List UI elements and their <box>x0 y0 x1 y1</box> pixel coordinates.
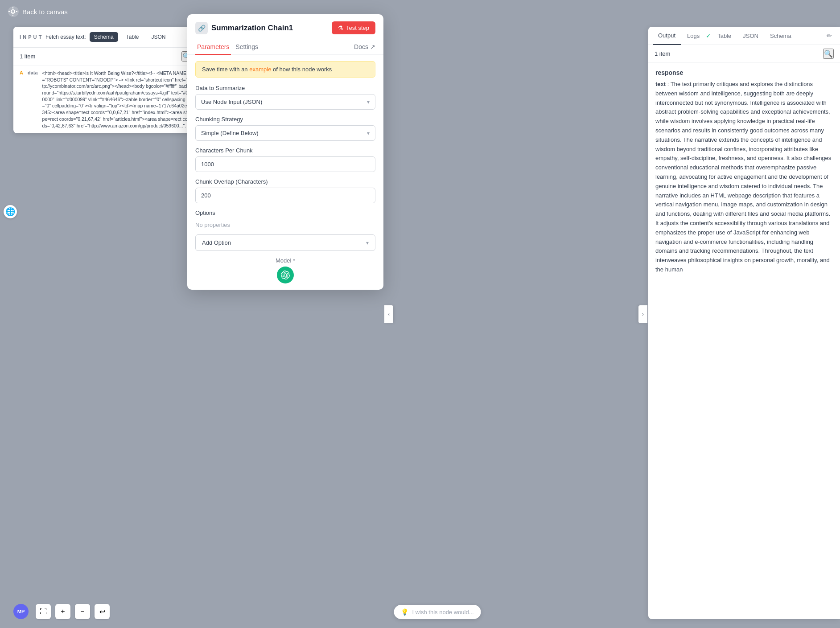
example-link[interactable]: example <box>249 66 271 73</box>
chunk-overlap-field: Chunk Overlap (Characters) <box>195 178 375 203</box>
left-input-panel: I N P U T Fetch essay text: Schema Table… <box>13 27 198 133</box>
item-count: 1 item <box>20 53 35 60</box>
tab-schema-right[interactable]: Schema <box>765 27 797 45</box>
docs-link[interactable]: Docs ↗ <box>354 40 375 54</box>
input-label: I N P U T <box>20 34 42 40</box>
tab-parameters[interactable]: Parameters <box>195 40 231 55</box>
response-key: response <box>655 69 833 76</box>
modal-title-row: 🔗 Summarization Chain1 <box>195 22 293 34</box>
model-label: Model * <box>195 251 375 267</box>
data-to-summarize-label: Data to Summarize <box>195 85 375 91</box>
data-value: <html><head><title>Is It Worth Being Wis… <box>42 70 192 129</box>
add-option-button[interactable]: Add Option ▾ <box>195 234 375 251</box>
right-search-button[interactable]: 🔍 <box>823 49 834 59</box>
no-properties-text: No properties <box>195 220 375 230</box>
back-arrow-icon: ← <box>8 6 19 17</box>
back-to-canvas-button[interactable]: ← Back to canvas <box>8 6 68 17</box>
characters-per-chunk-label: Characters Per Chunk <box>195 147 375 154</box>
bottom-toolbar: ⛶ + − ↩ <box>36 604 110 619</box>
right-output-panel: Output Logs ✓ Table JSON Schema ✏ 1 item… <box>648 27 840 619</box>
text-label: text <box>655 81 666 87</box>
characters-per-chunk-field: Characters Per Chunk <box>195 147 375 172</box>
data-to-summarize-field: Data to Summarize Use Node Input (JSON) … <box>195 85 375 110</box>
check-icon: ✓ <box>706 32 711 39</box>
options-label: Options <box>195 209 375 216</box>
panel-collapse-left[interactable]: ‹ <box>384 305 393 323</box>
data-row: A data <html><head><title>Is It Worth Be… <box>13 66 198 133</box>
tab-table[interactable]: Table <box>122 32 144 42</box>
right-panel-content: response text : The text primarily criti… <box>648 63 840 611</box>
lightbulb-icon: 💡 <box>401 608 408 616</box>
flask-icon: ⚗ <box>338 25 343 31</box>
chevron-down-icon-2: ▾ <box>367 130 370 136</box>
right-panel-tabs: Output Logs ✓ Table JSON Schema ✏ <box>648 27 840 45</box>
example-banner: Save time with an example of how this no… <box>195 61 375 78</box>
right-item-count: 1 item <box>655 50 670 57</box>
test-step-button[interactable]: ⚗ Test step <box>332 21 375 34</box>
summarization-modal: 🔗 Summarization Chain1 ⚗ Test step Param… <box>187 14 383 290</box>
modal-body: Save time with an example of how this no… <box>187 55 383 290</box>
edit-button[interactable]: ✏ <box>823 29 836 43</box>
response-body: : The text primarily critiques and explo… <box>655 81 831 273</box>
tab-json[interactable]: JSON <box>147 32 170 42</box>
data-type: A <box>20 70 23 129</box>
right-panel-toolbar: 1 item 🔍 <box>648 45 840 63</box>
modal-title: Summarization Chain1 <box>211 24 293 33</box>
tab-logs[interactable]: Logs <box>682 27 705 45</box>
tab-json-right[interactable]: JSON <box>737 27 764 45</box>
chunking-strategy-label: Chunking Strategy <box>195 116 375 123</box>
options-section: Options No properties Add Option ▾ <box>195 209 375 251</box>
tab-schema[interactable]: Schema <box>90 32 118 42</box>
left-panel-toolbar: 1 item 🔍 <box>13 48 198 66</box>
modal-tabs: Parameters Settings Docs ↗ <box>187 40 383 55</box>
tab-settings[interactable]: Settings <box>234 40 260 55</box>
expand-button[interactable]: ⛶ <box>36 604 51 619</box>
left-panel-header: I N P U T Fetch essay text: Schema Table… <box>13 27 198 48</box>
chunk-overlap-label: Chunk Overlap (Characters) <box>195 178 375 185</box>
data-key: data <box>28 70 38 129</box>
user-avatar: MP <box>13 604 29 619</box>
arrow-right-icon: › <box>642 311 644 317</box>
chunking-strategy-select[interactable]: Simple (Define Below) ▾ <box>195 125 375 141</box>
zoom-out-button[interactable]: − <box>75 604 90 619</box>
chunk-overlap-input[interactable] <box>195 188 375 203</box>
zoom-in-button[interactable]: + <box>55 604 70 619</box>
chatgpt-icon[interactable] <box>277 267 294 283</box>
chunking-strategy-field: Chunking Strategy Simple (Define Below) … <box>195 116 375 141</box>
tab-output[interactable]: Output <box>653 27 681 45</box>
add-option-chevron: ▾ <box>366 240 369 246</box>
undo-button[interactable]: ↩ <box>95 604 110 619</box>
modal-header: 🔗 Summarization Chain1 ⚗ Test step <box>187 14 383 34</box>
chevron-down-icon: ▾ <box>367 99 370 105</box>
tab-table-right[interactable]: Table <box>712 27 737 45</box>
wish-bar[interactable]: 💡 I wish this node would... <box>394 605 481 619</box>
arrow-left-icon: ‹ <box>388 311 390 317</box>
chain-icon: 🔗 <box>195 22 208 34</box>
fetch-label: Fetch essay text: <box>45 34 86 40</box>
panel-collapse-right[interactable]: › <box>638 305 647 323</box>
data-to-summarize-select[interactable]: Use Node Input (JSON) ▾ <box>195 94 375 110</box>
response-text: text : The text primarily critiques and … <box>655 80 833 275</box>
globe-icon: 🌐 <box>4 205 17 218</box>
characters-per-chunk-input[interactable] <box>195 156 375 172</box>
